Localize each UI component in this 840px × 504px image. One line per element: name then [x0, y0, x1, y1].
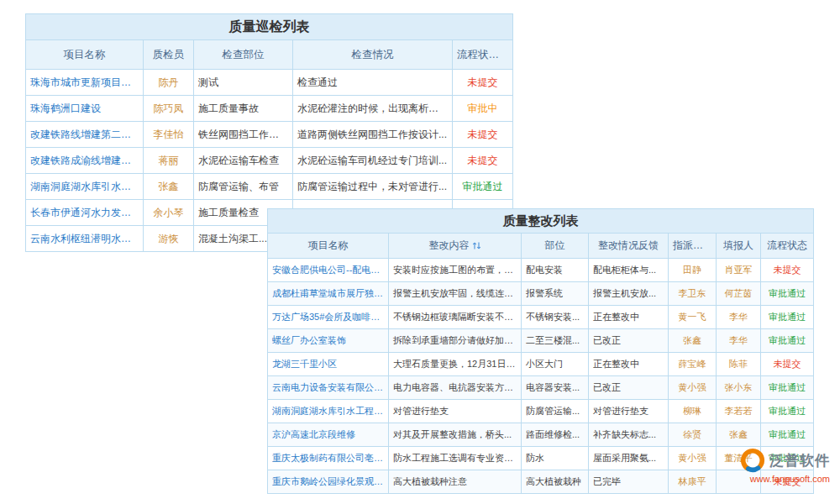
status-cell[interactable]: 未提交 [453, 70, 513, 96]
table-row[interactable]: 京沪高速北京段维修 对其及开展整改措施，桥头... 路面维修检... 补齐缺失标… [268, 423, 814, 447]
assignee-cell[interactable]: 田静 [669, 259, 717, 282]
workflow-status-label: 流程状态 [457, 49, 499, 60]
feedback-cell: 已改正 [589, 329, 669, 353]
reporter-cell[interactable]: 陈菲 [717, 353, 761, 376]
sort-icon[interactable] [472, 241, 481, 250]
rectification-content-cell: 防水工程施工选调有专业资质... [389, 447, 522, 470]
project-name-cell[interactable]: 螺丝厂办公室装饰 [268, 329, 389, 353]
table-row[interactable]: 成都杜甫草堂城市展厅独立展... 报警主机安放牢固，线缆连接... 报警系统 报… [268, 282, 814, 306]
part-cell: 防腐管运输... [522, 400, 589, 423]
project-name-cell[interactable]: 龙湖三千里小区 [268, 353, 389, 376]
col-header-assignee: 指派人员 [669, 234, 717, 259]
status-cell[interactable]: 审批通过 [761, 400, 814, 423]
reporter-cell[interactable]: 何芷茵 [717, 282, 761, 306]
table-row[interactable]: 云南电力设备安装有限公司20... 电力电容器、电抗器安装方案... 电容器安装… [268, 376, 814, 400]
project-name-cell[interactable]: 京沪高速北京段维修 [268, 423, 389, 447]
part-cell: 防水 [522, 447, 589, 470]
status-cell[interactable]: 审批通过 [761, 376, 814, 400]
inspector-cell[interactable]: 余小琴 [144, 200, 194, 226]
brand-website: www.fanpusoft.com [719, 474, 830, 484]
project-name-cell[interactable]: 湖南洞庭湖水库引水工... [26, 174, 144, 200]
feedback-cell: 报警主机安放... [589, 282, 669, 306]
assignee-cell[interactable]: 黄一飞 [669, 306, 717, 329]
status-cell[interactable]: 审批中 [453, 96, 513, 122]
status-cell[interactable]: 未提交 [761, 353, 814, 376]
status-cell[interactable]: 审批通过 [761, 282, 814, 306]
reporter-cell[interactable]: 肖亚军 [717, 259, 761, 282]
part-cell: 二至三楼混... [522, 329, 589, 353]
status-cell[interactable]: 审批通过 [453, 174, 513, 200]
status-cell[interactable]: 未提交 [761, 259, 814, 282]
col-header-inspection-situation: 检查情况 [293, 40, 453, 70]
assignee-cell[interactable]: 薛宝峰 [669, 353, 717, 376]
assignee-cell[interactable]: 林康平 [669, 470, 717, 494]
rectification-content-cell: 拆除到承重墙部分请做好加固... [389, 329, 522, 353]
filter-icon[interactable] [501, 51, 509, 59]
assignee-cell[interactable]: 徐贤 [669, 423, 717, 447]
reporter-cell[interactable]: 张鑫 [717, 423, 761, 447]
status-cell[interactable]: 审批通过 [761, 329, 814, 353]
table-row[interactable]: 安徽合肥供电公司--配电设备... 安装时应按施工图的布置，将... 配电安装 … [268, 259, 814, 282]
project-name-cell[interactable]: 云南电力设备安装有限公司20... [268, 376, 389, 400]
project-name-cell[interactable]: 万达广场35#会所及咖啡厅空... [268, 306, 389, 329]
feedback-cell: 屋面采用聚氨... [589, 447, 669, 470]
project-name-cell[interactable]: 改建铁路线增建第二线... [26, 122, 144, 148]
inspection-part-cell: 施工质量事故 [194, 96, 293, 122]
status-cell[interactable]: 未提交 [453, 148, 513, 174]
project-name-cell[interactable]: 安徽合肥供电公司--配电设备... [268, 259, 389, 282]
fanpu-logo-icon [740, 448, 765, 473]
table-row[interactable]: 螺丝厂办公室装饰 拆除到承重墙部分请做好加固... 二至三楼混... 已改正 张… [268, 329, 814, 353]
project-name-cell[interactable]: 云南水利枢纽潜明水库... [26, 226, 144, 252]
project-name-cell[interactable]: 重庆太极制药有限公司亳州中... [268, 447, 389, 470]
rectification-content-cell: 报警主机安放牢固，线缆连接... [389, 282, 522, 306]
inspector-cell[interactable]: 游恢 [144, 226, 194, 252]
status-cell[interactable]: 审批通过 [761, 306, 814, 329]
project-name-cell[interactable]: 改建铁路成渝线增建第... [26, 148, 144, 174]
project-name-cell[interactable]: 成都杜甫草堂城市展厅独立展... [268, 282, 389, 306]
table-row[interactable]: 龙湖三千里小区 大理石质量更换，12月31日之... 小区大门 正在整改中 薛宝… [268, 353, 814, 376]
part-cell: 配电安装 [522, 259, 589, 282]
table-row[interactable]: 万达广场35#会所及咖啡厅空... 不锈钢边框玻璃隔断安装不牢... 不锈钢安装… [268, 306, 814, 329]
assignee-cell[interactable]: 黄小强 [669, 376, 717, 400]
table-row[interactable]: 改建铁路成渝线增建第... 蒋丽 水泥砼运输车检查 水泥砼运输车司机经过专门培训… [26, 148, 513, 174]
table-row[interactable]: 珠海鹤洲口建设 陈巧凤 施工质量事故 水泥砼灌注的时候，出现离析现象 审批中 [26, 96, 513, 122]
inspector-cell[interactable]: 蒋丽 [144, 148, 194, 174]
assignee-cell[interactable]: 柳琳 [669, 400, 717, 423]
reporter-cell[interactable]: 李华 [717, 329, 761, 353]
project-name-cell[interactable]: 珠海市城市更新项目紫... [26, 70, 144, 96]
feedback-cell: 已完毕 [589, 470, 669, 494]
inspector-cell[interactable]: 陈丹 [144, 70, 194, 96]
project-name-cell[interactable]: 珠海鹤洲口建设 [26, 96, 144, 122]
table-row[interactable]: 湖南洞庭湖水库引水工... 张鑫 防腐管运输、布管 防腐管运输过程中，未对管进行… [26, 174, 513, 200]
project-name-cell[interactable]: 重庆市鹅岭公园绿化景观提升... [268, 470, 389, 494]
table-row[interactable]: 湖南洞庭湖水库引水工程施工... 对管进行垫支 防腐管运输... 对管进行垫支 … [268, 400, 814, 423]
col-header-feedback: 整改情况反馈 [589, 234, 669, 259]
inspection-table-title: 质量巡检列表 [26, 14, 513, 40]
part-cell: 小区大门 [522, 353, 589, 376]
col-header-workflow-status: 流程状态 [761, 234, 814, 259]
assignee-cell[interactable]: 张鑫 [669, 329, 717, 353]
feedback-cell: 配电柜柜体与... [589, 259, 669, 282]
project-name-cell[interactable]: 湖南洞庭湖水库引水工程施工... [268, 400, 389, 423]
status-cell[interactable]: 未提交 [453, 122, 513, 148]
brand-name: 泛普软件 [769, 451, 830, 470]
status-cell[interactable]: 审批通过 [761, 423, 814, 447]
inspection-part-cell: 水泥砼运输车检查 [194, 148, 293, 174]
reporter-cell[interactable]: 李若若 [717, 400, 761, 423]
reporter-cell[interactable]: 李华 [717, 306, 761, 329]
project-name-cell[interactable]: 长春市伊通河水力发电... [26, 200, 144, 226]
reporter-cell[interactable]: 张小东 [717, 376, 761, 400]
table-row[interactable]: 改建铁路线增建第二线... 李佳怡 铁丝网围挡工作检查 道路两侧铁丝网围挡工作按… [26, 122, 513, 148]
col-header-workflow-status[interactable]: 流程状态 [453, 40, 513, 70]
brand-logo: 泛普软件 www.fanpusoft.com [719, 448, 830, 484]
inspector-cell[interactable]: 陈巧凤 [144, 96, 194, 122]
col-header-project-name: 项目名称 [26, 40, 144, 70]
table-row[interactable]: 珠海市城市更新项目紫... 陈丹 测试 检查通过 未提交 [26, 70, 513, 96]
assignee-cell[interactable]: 李卫东 [669, 282, 717, 306]
col-header-rectification-content[interactable]: 整改内容 [389, 234, 522, 259]
inspector-cell[interactable]: 张鑫 [144, 174, 194, 200]
feedback-cell: 正在整改中 [589, 353, 669, 376]
feedback-cell: 正在整改中 [589, 306, 669, 329]
inspector-cell[interactable]: 李佳怡 [144, 122, 194, 148]
assignee-cell[interactable]: 黄小强 [669, 447, 717, 470]
